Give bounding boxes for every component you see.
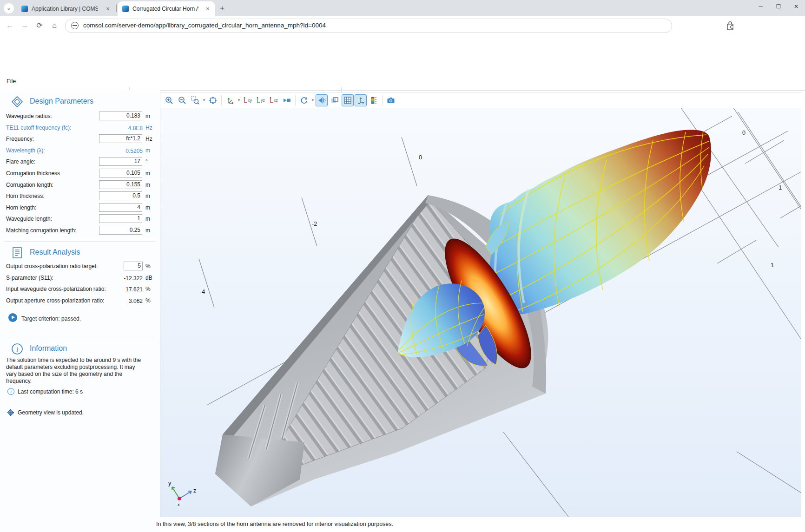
view-caption: In this view, 3/8 sections of the horn a… [156, 521, 393, 527]
result-value[interactable]: 5 [124, 262, 143, 270]
parameter-label: Corrugation thickness [6, 170, 60, 177]
zoom-extents-icon[interactable] [207, 94, 219, 106]
tab-title: Corrugated Circular Horn Anten [132, 6, 198, 12]
parameter-value-field[interactable]: fc*1.2 [99, 134, 142, 143]
parameter-unit: m [145, 204, 150, 211]
tab-close-icon[interactable]: × [104, 5, 112, 13]
axis-orientation-toggle[interactable] [355, 94, 367, 106]
parameter-unit: m [145, 193, 150, 199]
parameter-label: Matching corrugation length: [6, 227, 76, 234]
result-value[interactable]: 3.062 [99, 297, 143, 304]
parameter-unit: ° [145, 158, 148, 165]
information-icon: i [11, 343, 23, 355]
play-icon[interactable] [8, 313, 17, 322]
parameter-row: Wavelength (λ): 0.5205 m [0, 145, 160, 157]
transparency-toggle[interactable] [329, 94, 341, 106]
application-window: { "browser": { "tab_search_icon": "⌄", "… [0, 0, 805, 532]
target-criterion-status: Target criterion: passed. [0, 314, 160, 323]
new-tab-button[interactable]: + [218, 4, 227, 13]
tab-close-icon[interactable]: × [204, 5, 211, 13]
parameter-row: TE11 cutoff frequency (fc): 4.8E8 Hz [0, 122, 160, 134]
extensions-puzzle-icon[interactable] [725, 20, 735, 30]
screenshot-camera-icon[interactable] [385, 94, 397, 106]
grid-toggle[interactable] [342, 94, 354, 106]
comsol-favicon [21, 6, 28, 12]
info-circle-icon: i [7, 388, 14, 395]
geometry-updated-status: Geometry view is updated. [0, 409, 160, 418]
design-parameters-icon [11, 96, 23, 108]
parameter-value-field[interactable]: 0.105 [99, 169, 142, 177]
parameter-unit: Hz [145, 125, 152, 131]
default-view-dropdown-icon[interactable]: ▾ [237, 95, 241, 106]
parameter-row: Waveguide radius: 0.183 m [0, 111, 160, 122]
browser-navbar: ← → ⟳ ⌂ comsol.com/server-demo/app/libra… [0, 16, 805, 35]
parameters-sidebar: Design Parameters Waveguide radius: 0.18… [0, 90, 160, 532]
parameter-label: Waveguide radius: [6, 113, 52, 119]
parameter-row: Flare angle: 17 ° [0, 156, 160, 168]
parameter-value-field[interactable]: 17 [99, 157, 142, 166]
result-label: Output aperture cross-polarization ratio… [6, 297, 104, 304]
parameter-value-field[interactable]: 0.155 [99, 180, 142, 189]
result-value[interactable]: -12.322 [99, 275, 143, 282]
graphics-panel: ▾ ▾ xy yz xz [160, 92, 801, 517]
rotate-view-icon[interactable] [298, 94, 310, 106]
view-xz-button[interactable]: xz [268, 94, 280, 106]
parameter-row: Corrugation thickness 0.105 m [0, 168, 160, 179]
rotate-dropdown-icon[interactable]: ▾ [310, 95, 315, 106]
result-row: S-parameter (S11): -12.322 dB [0, 272, 160, 284]
parameter-row: Matching corrugation length: 0.25 m [0, 225, 160, 236]
zoom-box-icon[interactable] [189, 94, 201, 106]
url-text[interactable]: comsol.com/server-demo/app/library_corru… [83, 22, 326, 29]
parameter-value-field[interactable]: 4 [99, 203, 142, 212]
result-unit: % [145, 286, 151, 292]
forward-icon[interactable]: → [19, 20, 31, 32]
home-icon[interactable]: ⌂ [48, 20, 60, 32]
axis-tick-label: -4 [200, 289, 205, 295]
triad-x-label: x [178, 502, 180, 507]
browser-tab-application-library[interactable]: Application Library | COMSOL S × [17, 1, 115, 16]
axis-tick-label: 0 [742, 130, 746, 136]
projection-camera-icon[interactable] [281, 94, 293, 106]
reload-icon[interactable]: ⟳ [33, 20, 46, 32]
result-row: Output cross-polarization ratio target: … [0, 261, 160, 272]
maximize-button[interactable]: ☐ [770, 0, 787, 14]
site-info-icon[interactable] [71, 22, 79, 29]
result-label: Output cross-polarization ratio target: [6, 263, 98, 269]
close-button[interactable]: ✕ [787, 0, 805, 14]
parameter-value-field[interactable]: 1 [99, 214, 142, 223]
parameter-value-field[interactable]: 0.183 [99, 112, 142, 120]
parameter-value-field[interactable]: 4.8E8 [99, 125, 143, 131]
browser-tab-horn-antenna[interactable]: Corrugated Circular Horn Anten × [118, 1, 215, 16]
scene-light-toggle[interactable] [316, 94, 328, 106]
parameter-unit: m [145, 227, 150, 234]
zoom-in-icon[interactable] [163, 94, 175, 106]
3d-scene-viewport[interactable]: 0 -2 -4 0 -1 1 [160, 108, 801, 517]
parameter-value-field[interactable]: 0.5 [99, 191, 142, 200]
minimize-button[interactable]: ─ [752, 0, 770, 14]
parameter-value-field[interactable]: 0.5205 [99, 147, 143, 154]
result-value[interactable]: 17.621 [99, 286, 143, 293]
result-analysis-header: Result Analysis [0, 246, 160, 260]
section-title: Design Parameters [30, 97, 93, 105]
parameter-label: Horn length: [6, 204, 36, 211]
color-legend-toggle[interactable] [368, 94, 380, 106]
parameter-value-field[interactable]: 0.25 [99, 226, 142, 235]
zoom-out-icon[interactable] [176, 94, 188, 106]
triad-y-label: y [168, 480, 172, 486]
back-icon[interactable]: ← [4, 20, 16, 32]
file-menu[interactable]: File [7, 78, 16, 85]
zoom-box-dropdown-icon[interactable]: ▾ [202, 95, 206, 106]
graphics-toolbar: ▾ ▾ xy yz xz [160, 92, 803, 108]
view-xy-button[interactable]: xy [242, 94, 254, 106]
view-yz-button[interactable]: yz [255, 94, 267, 106]
default-view-icon[interactable] [224, 94, 236, 106]
section-title: Result Analysis [30, 248, 80, 256]
tab-search-icon[interactable]: ⌄ [4, 3, 14, 13]
section-divider [4, 241, 155, 242]
parameter-unit: m [145, 147, 150, 154]
parameter-label: Corrugation length: [6, 182, 53, 188]
parameter-label: Flare angle: [6, 158, 35, 165]
parameter-label: Wavelength (λ): [6, 147, 45, 154]
address-bar[interactable]: comsol.com/server-demo/app/library_corru… [65, 19, 672, 33]
parameter-row: Horn length: 4 m [0, 202, 160, 214]
